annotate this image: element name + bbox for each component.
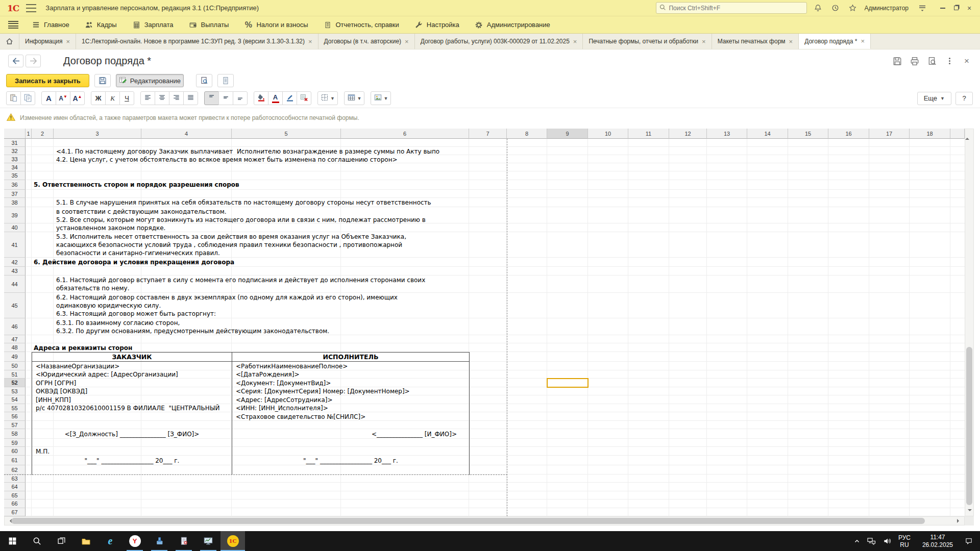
- close-window-button[interactable]: ×: [963, 3, 976, 14]
- save-button[interactable]: [94, 74, 111, 87]
- row-header-57[interactable]: 57: [4, 421, 26, 429]
- tab-1[interactable]: Информация×: [19, 34, 76, 49]
- row-header-41[interactable]: 41: [4, 232, 26, 258]
- sheet-row[interactable]: 56<Страховое свидетельство №[СНИЛС]>: [4, 412, 965, 421]
- menu-item-menu-lines[interactable]: Главное: [32, 20, 69, 29]
- row-header-36[interactable]: 36: [4, 180, 26, 190]
- template-sheet[interactable]: 123456789101112131415161718 3132<4.1. По…: [4, 129, 965, 516]
- service-menu-icon[interactable]: [916, 3, 929, 14]
- row-header-49[interactable]: 49: [4, 352, 26, 362]
- row-header-62[interactable]: 62: [4, 465, 26, 474]
- column-header-8[interactable]: 8: [507, 129, 547, 139]
- sections-menu-icon[interactable]: [8, 21, 18, 29]
- table-cell-right[interactable]: <_______________ [И_ФИО]>: [232, 429, 469, 439]
- font-larger-button[interactable]: A▲: [70, 91, 85, 105]
- menu-item-wrench[interactable]: Настройка: [414, 20, 459, 29]
- menu-item-people[interactable]: Кадры: [85, 20, 117, 29]
- sheet-row[interactable]: 53ОКВЭД [ОКВЭД]<Серия: [ДокументСерия] Н…: [4, 387, 965, 395]
- table-cell-left[interactable]: "___" _________________ 20___ г.: [32, 456, 232, 465]
- row-header-55[interactable]: 55: [4, 404, 26, 412]
- print-icon[interactable]: [909, 56, 921, 67]
- tab-home[interactable]: [0, 34, 19, 49]
- sheet-row[interactable]: 34: [4, 163, 965, 171]
- row-header-46[interactable]: 46: [4, 318, 26, 335]
- sheet-row[interactable]: 64: [4, 483, 965, 491]
- tab-5[interactable]: Печатные формы, отчеты и обработки×: [583, 34, 712, 49]
- valign-top-button[interactable]: [204, 91, 219, 105]
- taskbar-start-button[interactable]: [0, 531, 24, 551]
- text-color-button[interactable]: A: [268, 91, 283, 105]
- sheet-row[interactable]: 385.1. В случае нарушения принятых на се…: [4, 198, 965, 207]
- sheet-row[interactable]: 37: [4, 190, 965, 198]
- scroll-down-arrow[interactable]: [968, 509, 972, 513]
- row-header-52[interactable]: 52: [4, 379, 26, 387]
- fill-color-button[interactable]: [254, 91, 268, 105]
- sheet-row[interactable]: 39в соответствии с действующим законодат…: [4, 207, 965, 223]
- sheet-row[interactable]: 59: [4, 439, 965, 447]
- notifications-bell-icon[interactable]: [811, 3, 824, 14]
- table-cell-right[interactable]: ИСПОЛНИТЕЛЬ: [232, 352, 469, 362]
- row-header-50[interactable]: 50: [4, 362, 26, 370]
- horizontal-scroll-thumb[interactable]: [11, 518, 925, 524]
- save-and-close-button[interactable]: Записать и закрыть: [6, 74, 89, 87]
- tab-close-icon[interactable]: ×: [702, 38, 706, 45]
- row-header-34[interactable]: 34: [4, 163, 26, 171]
- main-menu-icon[interactable]: [26, 4, 36, 12]
- network-icon[interactable]: [864, 531, 879, 551]
- sheet-row[interactable]: 55р/с 40702810320610001159 В ФИЛИАЛЕ "ЦЕ…: [4, 404, 965, 412]
- sheet-row[interactable]: 52ОГРН [ОГРН]<Документ: [ДокументВид]>: [4, 379, 965, 387]
- more-dots-icon[interactable]: [943, 56, 955, 67]
- edit-mode-toggle[interactable]: Редактирование: [116, 74, 184, 87]
- sheet-row[interactable]: 48Адреса и реквизиты сторон: [4, 343, 965, 352]
- row-header-63[interactable]: 63: [4, 474, 26, 483]
- sheet-row[interactable]: 54[ИНН_КПП]<Адрес: [АдресСотрудника]>: [4, 395, 965, 404]
- row-header-38[interactable]: 38: [4, 198, 26, 207]
- save-icon[interactable]: [891, 56, 903, 67]
- line-color-button[interactable]: [282, 91, 297, 105]
- table-cell-left[interactable]: ЗАКАЗЧИК: [32, 352, 232, 362]
- more-actions-button[interactable]: Еще▼: [917, 92, 951, 105]
- global-search[interactable]: [656, 2, 807, 14]
- table-cell-left[interactable]: р/с 40702810320610001159 В ФИЛИАЛЕ "ЦЕНТ…: [32, 404, 232, 412]
- help-button[interactable]: ?: [955, 92, 973, 105]
- favorites-star-icon[interactable]: [846, 3, 859, 14]
- taskbar-explorer-button[interactable]: [74, 531, 98, 551]
- tab-close-icon[interactable]: ×: [789, 38, 793, 45]
- tab-6[interactable]: Макеты печатных форм×: [712, 34, 799, 49]
- column-header-4[interactable]: 4: [141, 129, 232, 139]
- row-header-47[interactable]: 47: [4, 335, 26, 343]
- language-indicator[interactable]: РУСRU: [895, 531, 914, 551]
- row-header-43[interactable]: 43: [4, 267, 26, 276]
- table-cell-left[interactable]: [32, 465, 232, 474]
- row-header-45[interactable]: 45: [4, 293, 26, 318]
- sheet-row[interactable]: 35: [4, 171, 965, 180]
- sheet-row[interactable]: 466.3.1. По взаимному согласию сторон,6.…: [4, 318, 965, 335]
- row-header-66[interactable]: 66: [4, 499, 26, 508]
- taskbar-app-doc-button[interactable]: [172, 531, 196, 551]
- sheet-row[interactable]: 67: [4, 508, 965, 516]
- valign-middle-button[interactable]: [218, 91, 233, 105]
- menu-item-gear[interactable]: Администрирование: [475, 20, 550, 29]
- sheet-row[interactable]: 32<4.1. По настоящему договору Заказчик …: [4, 147, 965, 155]
- sheet-row[interactable]: 456.2. Настоящий договор составлен в дву…: [4, 293, 965, 318]
- column-header-6[interactable]: 6: [341, 129, 469, 139]
- valign-bottom-button[interactable]: [233, 91, 248, 105]
- sheet-row[interactable]: 31: [4, 139, 965, 147]
- history-icon[interactable]: [828, 3, 842, 14]
- column-header-2[interactable]: 2: [32, 129, 54, 139]
- column-header-17[interactable]: 17: [869, 129, 910, 139]
- column-header-3[interactable]: 3: [54, 129, 141, 139]
- table-cell-left[interactable]: М.П.: [32, 447, 232, 456]
- underline-button[interactable]: Ч: [119, 91, 134, 105]
- table-cell-right[interactable]: <Серия: [ДокументСерия] Номер: [Документ…: [232, 387, 469, 395]
- row-header-64[interactable]: 64: [4, 483, 26, 491]
- clock[interactable]: 11:4726.02.2025: [914, 531, 961, 551]
- table-cell-left[interactable]: <[З_Должность] _______________ [З_ФИО]>: [32, 429, 232, 439]
- sheet-row[interactable]: 65: [4, 491, 965, 499]
- sheet-row[interactable]: 415.3. Исполнитель несет ответственность…: [4, 232, 965, 258]
- table-cell-right[interactable]: [232, 421, 469, 429]
- preview-icon[interactable]: [926, 56, 938, 67]
- align-right-button[interactable]: [169, 91, 184, 105]
- search-input[interactable]: [669, 5, 796, 12]
- taskbar-app-blue-button[interactable]: [147, 531, 172, 551]
